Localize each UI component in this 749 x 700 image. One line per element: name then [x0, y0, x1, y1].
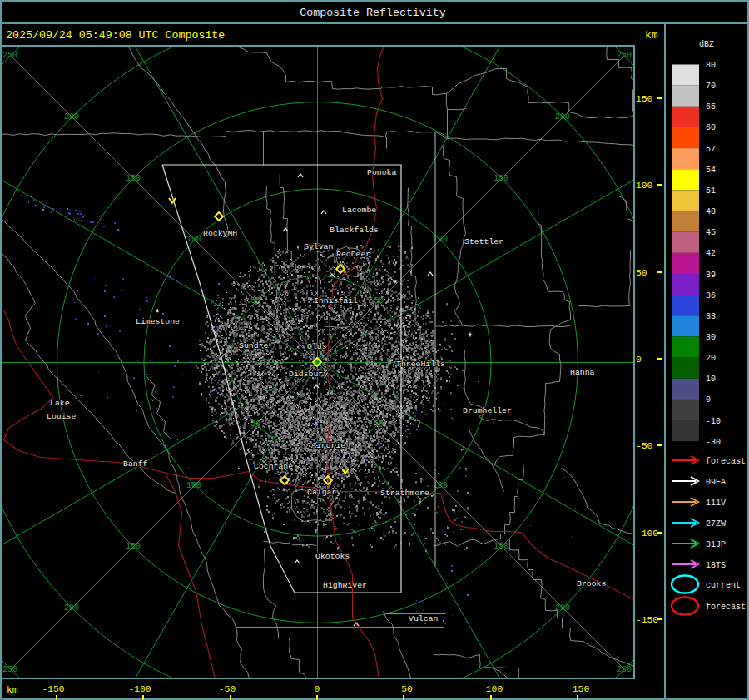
svg-text:*: *: [392, 279, 398, 290]
svg-text:10: 10: [706, 375, 716, 384]
svg-text:200: 200: [64, 603, 79, 613]
svg-text:Lacombe: Lacombe: [342, 206, 376, 215]
svg-text:200: 200: [64, 112, 79, 122]
svg-text:-50: -50: [636, 441, 653, 451]
svg-text:150: 150: [126, 542, 141, 551]
svg-text:80: 80: [706, 61, 716, 70]
svg-text:forecast: forecast: [706, 457, 746, 466]
svg-text:Okotoks: Okotoks: [315, 552, 350, 561]
svg-text:-30: -30: [706, 438, 721, 447]
svg-text:Stettler: Stettler: [464, 237, 503, 246]
svg-text:39: 39: [706, 271, 716, 280]
svg-text:km: km: [645, 29, 658, 42]
svg-text:200: 200: [555, 112, 570, 122]
svg-text:45: 45: [706, 228, 716, 237]
svg-text:51: 51: [706, 186, 716, 196]
svg-text:0: 0: [636, 355, 642, 365]
svg-text:RedDeer: RedDeer: [336, 250, 370, 259]
svg-text:150: 150: [494, 174, 508, 183]
svg-text:18TS: 18TS: [706, 561, 726, 570]
svg-text:*: *: [154, 308, 160, 320]
svg-text:km: km: [7, 685, 18, 695]
svg-text:RockyMH: RockyMH: [203, 229, 237, 238]
svg-text:Calgary: Calgary: [307, 488, 341, 497]
svg-text:27ZW: 27ZW: [706, 519, 726, 529]
svg-text:36: 36: [706, 291, 716, 300]
svg-text:30: 30: [706, 333, 716, 342]
svg-text:250: 250: [617, 51, 632, 60]
svg-text:Sundre: Sundre: [239, 341, 268, 350]
svg-text:150: 150: [126, 174, 141, 183]
svg-text:Composite_Reflectivity: Composite_Reflectivity: [300, 7, 446, 19]
svg-text:100: 100: [486, 684, 503, 694]
svg-text:250: 250: [2, 665, 17, 674]
svg-text:09EA: 09EA: [706, 478, 726, 487]
svg-text:Lake: Lake: [50, 399, 70, 408]
svg-text:0: 0: [706, 395, 711, 405]
svg-text:54: 54: [706, 166, 716, 175]
svg-text:150: 150: [636, 94, 653, 104]
svg-text:-10: -10: [706, 417, 721, 426]
svg-text:current: current: [706, 581, 741, 590]
svg-text:-150: -150: [636, 615, 658, 625]
svg-text:0: 0: [315, 684, 320, 694]
svg-text:Hanna: Hanna: [570, 368, 595, 377]
svg-text:-150: -150: [42, 684, 64, 694]
svg-text:dBZ: dBZ: [699, 40, 714, 49]
svg-text:50: 50: [401, 684, 413, 694]
svg-text:2025/09/24 05:49:08 UTC Compos: 2025/09/24 05:49:08 UTC Composite: [6, 29, 225, 42]
svg-text:150: 150: [573, 684, 590, 694]
svg-text:Didsbury: Didsbury: [289, 370, 328, 379]
svg-text:-50: -50: [219, 684, 236, 694]
svg-text:Strathmore: Strathmore: [380, 489, 429, 498]
svg-text:ThreeHills: ThreeHills: [396, 360, 445, 369]
svg-text:250: 250: [617, 665, 632, 674]
svg-text:Blackfalds: Blackfalds: [330, 226, 379, 235]
svg-text:65: 65: [706, 102, 716, 112]
svg-text:250: 250: [2, 51, 17, 60]
svg-text:70: 70: [706, 82, 716, 91]
svg-text:Brooks: Brooks: [577, 579, 606, 588]
svg-text:60: 60: [706, 123, 716, 132]
svg-text:100: 100: [636, 181, 653, 191]
svg-text:100: 100: [186, 481, 201, 490]
svg-text:100: 100: [186, 235, 201, 244]
svg-text:Olds: Olds: [307, 342, 327, 351]
svg-text:Drumheller: Drumheller: [463, 406, 512, 415]
svg-text:20: 20: [706, 354, 716, 363]
svg-text:Sylvan: Sylvan: [304, 242, 333, 251]
svg-text:forecast: forecast: [706, 603, 746, 612]
svg-text:33: 33: [706, 312, 716, 321]
svg-text:48: 48: [706, 207, 716, 216]
svg-text:150: 150: [494, 542, 508, 551]
svg-text:Louise: Louise: [47, 412, 76, 421]
svg-text:42: 42: [706, 249, 716, 258]
svg-text:Ponoka: Ponoka: [367, 168, 396, 177]
svg-text:Banff: Banff: [123, 459, 148, 469]
svg-text:-100: -100: [636, 529, 658, 539]
svg-text:111V: 111V: [706, 499, 726, 508]
svg-text:Vulcan: Vulcan: [409, 614, 438, 623]
svg-text:Innisfail: Innisfail: [314, 296, 358, 305]
svg-text:Airdrie: Airdrie: [311, 441, 345, 450]
svg-text:-100: -100: [128, 684, 151, 694]
svg-text:Cochrane: Cochrane: [254, 462, 293, 471]
svg-text:31JP: 31JP: [706, 540, 726, 549]
svg-text:50: 50: [636, 268, 647, 278]
svg-text:HighRiver: HighRiver: [323, 581, 367, 590]
svg-text:57: 57: [706, 145, 716, 154]
